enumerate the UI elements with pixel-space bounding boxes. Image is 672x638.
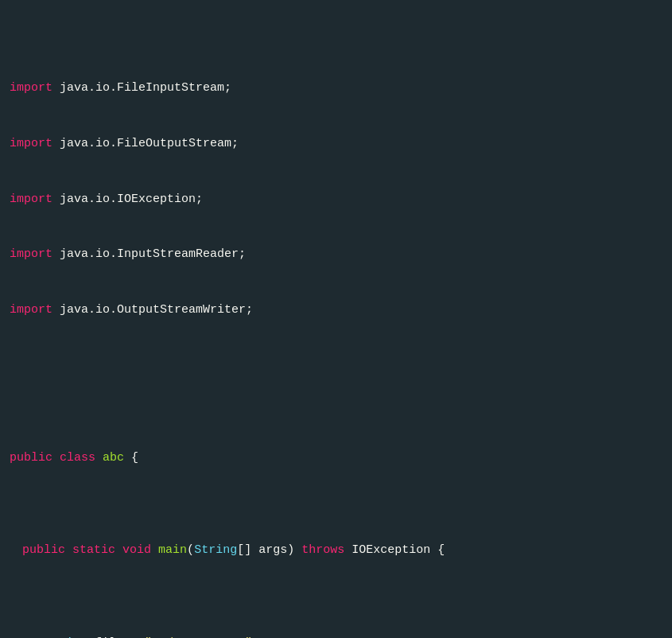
line-blank-1 bbox=[0, 356, 672, 375]
line-5: import java.io.OutputStreamWriter; bbox=[0, 301, 672, 319]
line-main: public static void main(String[] args) t… bbox=[0, 541, 672, 559]
line-3: import java.io.IOException; bbox=[0, 190, 672, 208]
line-file-var: String file = "c:/stream.txt"; bbox=[0, 634, 672, 639]
line-2: import java.io.FileOutputStream; bbox=[0, 134, 672, 153]
code-editor: import java.io.FileInputStream; import j… bbox=[0, 0, 672, 638]
line-1: import java.io.FileInputStream; bbox=[0, 79, 672, 97]
line-class: public class abc { bbox=[0, 449, 672, 467]
line-4: import java.io.InputStreamReader; bbox=[0, 245, 672, 263]
